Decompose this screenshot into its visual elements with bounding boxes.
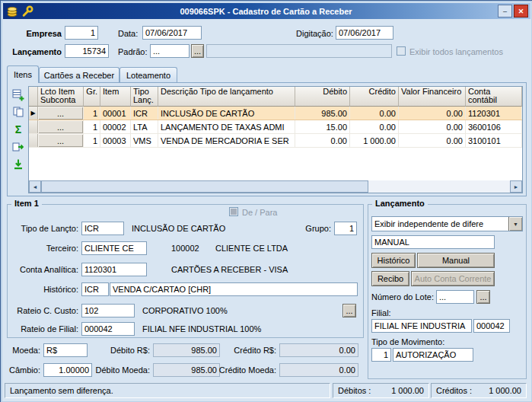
digitacao-field[interactable]: 07/06/2017 xyxy=(336,26,393,40)
row-selector-cell xyxy=(29,120,38,133)
manual-button[interactable]: Manual xyxy=(417,253,495,268)
cell-valor[interactable]: 0.00 xyxy=(399,107,466,120)
table-row[interactable]: ... 1 00003 VMS VENDA DE MERCADORIA E SE… xyxy=(29,134,522,148)
data-label: Data: xyxy=(118,29,138,38)
minimize-button[interactable]: – xyxy=(498,5,512,18)
cell-debito[interactable]: 0.00 xyxy=(295,134,350,147)
empresa-field[interactable]: 1 xyxy=(65,26,98,40)
cambio-field[interactable]: 1.00000 xyxy=(43,363,92,377)
close-button[interactable]: ✕ xyxy=(514,5,528,18)
scrollbar-track[interactable] xyxy=(368,180,510,193)
cell-credito[interactable]: 0.00 xyxy=(350,107,399,120)
cell-subconta[interactable]: ... xyxy=(38,120,84,133)
cell-item[interactable]: 00001 xyxy=(100,107,131,120)
move-down-icon[interactable] xyxy=(10,156,27,173)
wrench-icon xyxy=(21,5,34,18)
cell-valor[interactable]: 0.00 xyxy=(399,120,466,133)
cell-debito[interactable]: 985.00 xyxy=(295,107,350,120)
auto-conta-corrente-button[interactable]: Auto Conta Corrente xyxy=(411,271,495,286)
cell-item[interactable]: 00003 xyxy=(100,134,131,147)
coins-icon xyxy=(5,5,19,18)
col-valor-financeiro[interactable]: Valor Financeiro xyxy=(399,87,466,107)
tipo-movimento-field[interactable]: AUTORIZAÇÃO xyxy=(393,348,473,362)
cambio-label: Câmbio: xyxy=(7,365,40,375)
tipo-lancto-field[interactable]: ICR xyxy=(81,222,124,235)
numero-lote-field[interactable]: ... xyxy=(436,290,474,304)
scrollbar-thumb[interactable] xyxy=(41,180,368,193)
terceiro-field[interactable]: CLIENTE CE xyxy=(81,241,147,255)
col-descricao[interactable]: Descrição Tipo de lançamento xyxy=(158,87,295,107)
cell-credito[interactable]: 1 000.00 xyxy=(350,134,399,147)
filial-field[interactable]: FILIAL NFE INDUSTRIA xyxy=(371,319,472,333)
cell-descricao[interactable]: VENDA DE MERCADORIA E SER xyxy=(158,134,295,147)
col-debito[interactable]: Débito xyxy=(295,87,350,107)
recibo-button[interactable]: Recibo xyxy=(371,271,409,286)
grid-header-selector[interactable] xyxy=(29,87,38,107)
historico-desc-field[interactable]: VENDA C/CARTAO [CHR] xyxy=(110,282,358,296)
cell-descricao[interactable]: LANÇAMENTO DE TAXAS ADMI xyxy=(158,120,295,133)
sum-icon[interactable]: Σ xyxy=(10,121,27,138)
credito-moeda-field: 0.00 xyxy=(279,363,358,377)
cell-conta[interactable]: 1120301 xyxy=(466,107,522,120)
col-credito[interactable]: Crédito xyxy=(350,87,399,107)
items-grid: Lcto Item Subconta Gr. Item Tipo Lanç. D… xyxy=(28,86,523,193)
cell-tipo[interactable]: ICR xyxy=(131,107,158,120)
cell-conta[interactable]: 3100101 xyxy=(466,134,522,147)
col-subconta[interactable]: Lcto Item Subconta xyxy=(38,87,84,107)
horizontal-scrollbar[interactable]: ◄ ► xyxy=(29,180,522,193)
historico-button[interactable]: Histórico xyxy=(371,253,416,268)
exibir-diferenca-value: Exibir independente de difere xyxy=(372,219,508,228)
credito-rs-field: 0.00 xyxy=(279,343,358,357)
cell-valor[interactable]: 0.00 xyxy=(399,134,466,147)
cell-debito[interactable]: 15.00 xyxy=(295,120,350,133)
cell-gr[interactable]: 1 xyxy=(84,120,100,133)
scroll-left-icon[interactable]: ◄ xyxy=(29,180,41,193)
padrao-browse-button[interactable]: ... xyxy=(191,44,204,58)
scroll-right-icon[interactable]: ► xyxy=(510,180,522,193)
tab-cartoes-a-receber[interactable]: Cartões a Receber xyxy=(39,67,119,82)
moeda-field[interactable]: R$ xyxy=(43,343,88,357)
chevron-down-icon[interactable]: ▼ xyxy=(508,217,522,231)
copy-row-icon[interactable] xyxy=(10,104,27,120)
table-row[interactable]: ▶ ... 1 00001 ICR INCLUSÃO DE CARTÃO 985… xyxy=(29,107,522,120)
col-gr[interactable]: Gr. xyxy=(84,87,100,107)
exibir-todos-label: Exibir todos lançamentos xyxy=(409,47,503,56)
debito-moeda-label: Débito Moeda: xyxy=(91,365,150,375)
cell-tipo[interactable]: LTA xyxy=(131,120,158,133)
tipo-movimento-code-field[interactable]: 1 xyxy=(371,348,391,362)
table-row[interactable]: ... 1 00002 LTA LANÇAMENTO DE TAXAS ADMI… xyxy=(29,120,522,134)
col-tipo-lanc[interactable]: Tipo Lanç. xyxy=(131,87,158,107)
row-selector-cell xyxy=(29,134,38,147)
tab-loteamento[interactable]: Loteamento xyxy=(119,67,177,82)
col-conta-contabil[interactable]: Conta contábil xyxy=(466,87,522,107)
manual-field[interactable]: MANUAL xyxy=(371,235,495,249)
terceiro-label: Terceiro: xyxy=(10,244,78,253)
cell-gr[interactable]: 1 xyxy=(84,107,100,120)
exibir-diferenca-combobox[interactable]: Exibir independente de difere ▼ xyxy=(371,216,523,231)
padrao-field[interactable]: ... xyxy=(150,44,190,58)
historico-code-field[interactable]: ICR xyxy=(81,282,109,296)
cell-item[interactable]: 00002 xyxy=(100,120,131,133)
cell-subconta[interactable]: ... xyxy=(38,107,84,120)
lancamento-field[interactable]: 15734 xyxy=(65,44,109,58)
data-field[interactable]: 07/06/2017 xyxy=(142,26,202,40)
numero-lote-browse-button[interactable]: ... xyxy=(476,290,490,304)
cell-gr[interactable]: 1 xyxy=(84,134,100,147)
de-para-checkbox[interactable] xyxy=(229,207,238,216)
tab-itens[interactable]: Itens xyxy=(7,65,39,83)
cell-tipo[interactable]: VMS xyxy=(131,134,158,147)
rateio-custo-field[interactable]: 102 xyxy=(81,304,135,317)
cell-descricao[interactable]: INCLUSÃO DE CARTÃO xyxy=(158,107,295,120)
cell-conta[interactable]: 3600106 xyxy=(466,120,522,133)
insert-row-icon[interactable] xyxy=(10,87,27,104)
rateio-browse-button[interactable]: ... xyxy=(342,304,356,317)
grupo-field[interactable]: 1 xyxy=(334,222,357,235)
col-item[interactable]: Item xyxy=(100,87,131,107)
cell-credito[interactable]: 0.00 xyxy=(350,120,399,133)
rateio-filial-field[interactable]: 000042 xyxy=(81,322,135,336)
conta-analitica-field[interactable]: 1120301 xyxy=(81,263,147,276)
cell-subconta[interactable]: ... xyxy=(38,134,84,147)
export-row-icon[interactable] xyxy=(10,139,27,155)
filial-code-field[interactable]: 000042 xyxy=(473,319,510,333)
exibir-todos-checkbox[interactable] xyxy=(397,46,406,56)
